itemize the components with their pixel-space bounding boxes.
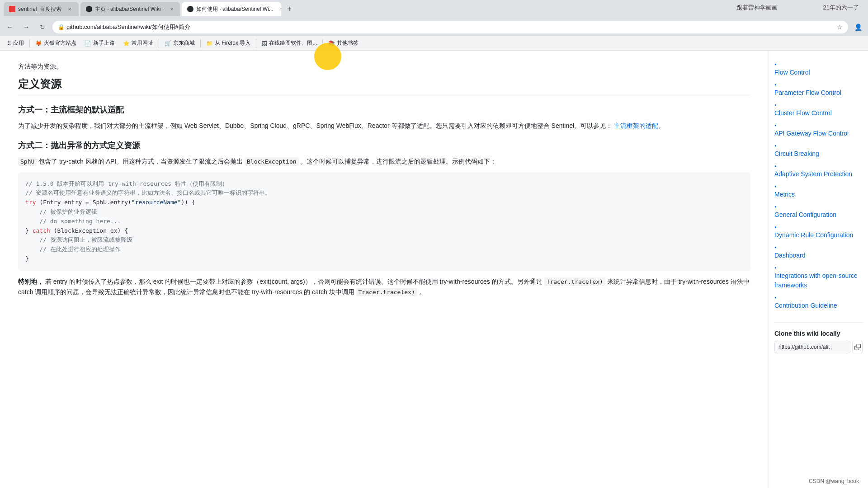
sidebar-link-flow-control[interactable]: Flow Control bbox=[774, 67, 863, 78]
tracer-trace-code-2: Tracer.trace(ex) bbox=[356, 288, 417, 296]
sidebar-item-circuit-breaking: ● Circuit Breaking bbox=[774, 141, 863, 160]
newuser-icon: 📄 bbox=[85, 40, 91, 47]
common-icon: ⭐ bbox=[123, 40, 130, 47]
sidebar-item-dynamic-rule: ● Dynamic Rule Configuration bbox=[774, 222, 863, 241]
code-line-2: // 资源名可使用任意有业务语义的字符串，比如方法名、接口名或其它可唯一标识的字… bbox=[25, 188, 743, 198]
bm-apps[interactable]: ⠿ 应用 bbox=[4, 38, 28, 49]
code-line-8: // 在此处进行相应的处理操作 bbox=[25, 245, 743, 254]
sidebar-item-flow-control: ● Flow Control bbox=[774, 60, 863, 78]
sidebar-link-param-flow[interactable]: Parameter Flow Control bbox=[774, 87, 863, 99]
tab-label-sentinel: sentinel_百度搜索 bbox=[18, 5, 61, 13]
sidebar-link-api-gateway[interactable]: API Gateway Flow Control bbox=[774, 128, 863, 139]
sidebar-item-dashboard: ● Dashboard bbox=[774, 243, 863, 261]
sidebar-item-metrics: ● Metrics bbox=[774, 182, 863, 200]
clone-section: Clone this wiki locally bbox=[774, 322, 863, 353]
back-button[interactable]: ← bbox=[4, 21, 16, 33]
sidebar-link-circuit-breaking[interactable]: Circuit Breaking bbox=[774, 148, 863, 160]
tab-sentinel-wiki-main[interactable]: 主页 · alibaba/Sentinel Wiki · ✕ bbox=[80, 2, 180, 16]
bullet-icon: ● bbox=[774, 205, 777, 209]
bullet-icon: ● bbox=[774, 123, 777, 127]
apps-icon: ⠿ bbox=[7, 40, 11, 47]
sidebar-item-general-config: ● General Configuration bbox=[774, 202, 863, 221]
bm-common[interactable]: ⭐ 常用网址 bbox=[119, 38, 157, 49]
sidebar-link-dynamic-rule[interactable]: Dynamic Rule Configuration bbox=[774, 230, 863, 241]
addr-right-icons: 👤 bbox=[852, 21, 864, 33]
address-text: github.com/alibaba/Sentinel/wiki/如何使用#简介 bbox=[66, 23, 833, 31]
bm-jd[interactable]: 🛒 京东商城 bbox=[161, 38, 198, 49]
sidebar-item-param-flow: ● Parameter Flow Control bbox=[774, 80, 863, 99]
bookmarks-bar: ⠿ 应用 🦊 火狐官方站点 📄 新手上路 ⭐ 常用网址 🛒 京东商城 📁 从 F… bbox=[0, 36, 868, 51]
sidebar-link-integrations[interactable]: Integrations with open-source frameworks bbox=[774, 270, 863, 291]
code-line-9: } bbox=[25, 254, 743, 264]
tab-close-wiki-main[interactable]: ✕ bbox=[168, 5, 175, 13]
code-block-example: // 1.5.0 版本开始可以利用 try-with-resources 特性（… bbox=[18, 172, 750, 271]
tab-close-sentinel[interactable]: ✕ bbox=[66, 5, 73, 13]
tracer-trace-code: Tracer.trace(ex) bbox=[544, 277, 605, 286]
sidebar-link-general-config[interactable]: General Configuration bbox=[774, 209, 863, 221]
sidebar-item-api-gateway: ● API Gateway Flow Control bbox=[774, 121, 863, 139]
sidebar-link-cluster-flow[interactable]: Cluster Flow Control bbox=[774, 108, 863, 119]
bm-other[interactable]: 📚 其他书签 bbox=[325, 38, 362, 49]
bm-draw-label: 在线绘图软件、图... bbox=[269, 39, 317, 47]
subsection1-body: 为了减少开发的复杂程度，我们对大部分的主流框架，例如 Web Servlet、D… bbox=[18, 121, 750, 131]
bullet-icon: ● bbox=[774, 144, 777, 148]
bullet-icon: ● bbox=[774, 296, 777, 300]
bm-common-label: 常用网址 bbox=[132, 39, 153, 47]
clone-input-row bbox=[774, 341, 863, 353]
bm-other-label: 其他书签 bbox=[337, 39, 359, 47]
address-bar[interactable]: 🔒 github.com/alibaba/Sentinel/wiki/如何使用#… bbox=[52, 21, 848, 33]
new-tab-button[interactable]: + bbox=[283, 3, 296, 15]
clone-url-input[interactable] bbox=[774, 341, 850, 353]
bm-firefox[interactable]: 🦊 火狐官方站点 bbox=[32, 38, 80, 49]
code-line-1: // 1.5.0 版本开始可以利用 try-with-resources 特性（… bbox=[25, 179, 743, 189]
draw-icon: 🖼 bbox=[262, 40, 267, 47]
bm-newuser[interactable]: 📄 新手上路 bbox=[81, 38, 118, 49]
subsection-title-1: 方式一：主流框架的默认适配 bbox=[18, 104, 750, 115]
bullet-icon: ● bbox=[774, 184, 777, 188]
code-line-5: // do something here... bbox=[25, 217, 743, 226]
code-line-7: // 资源访问阻止，被限流或被降级 bbox=[25, 235, 743, 245]
sidebar-link-dashboard[interactable]: Dashboard bbox=[774, 250, 863, 261]
block-exception-code: BlockException bbox=[245, 157, 299, 166]
bm-separator-3 bbox=[200, 39, 201, 48]
bm-separator-1 bbox=[29, 39, 30, 48]
tab-close-wiki-how[interactable]: ✕ bbox=[278, 5, 281, 13]
tab-favicon-sentinel bbox=[9, 6, 15, 12]
sidebar: ● Flow Control ● Parameter Flow Control … bbox=[769, 51, 868, 488]
reload-button[interactable]: ↻ bbox=[36, 21, 49, 33]
bullet-icon: ● bbox=[774, 245, 777, 249]
sidebar-link-contribution[interactable]: Contribution Guideline bbox=[774, 300, 863, 311]
tab-sentinel-baidu[interactable]: sentinel_百度搜索 ✕ bbox=[4, 2, 79, 16]
copy-icon bbox=[854, 344, 861, 350]
clone-copy-button[interactable] bbox=[852, 341, 863, 353]
bm-firefox-import[interactable]: 📁 从 Firefox 导入 bbox=[203, 38, 254, 49]
sidebar-link-metrics[interactable]: Metrics bbox=[774, 189, 863, 200]
code-line-6: } catch (BlockException ex) { bbox=[25, 226, 743, 236]
bm-separator-5 bbox=[322, 39, 323, 48]
tab-label-wiki-main: 主页 · alibaba/Sentinel Wiki · bbox=[95, 5, 164, 13]
framework-link[interactable]: 主流框架的适配 bbox=[614, 122, 658, 129]
browser-tab-bar: sentinel_百度搜索 ✕ 主页 · alibaba/Sentinel Wi… bbox=[0, 0, 868, 51]
bm-apps-label: 应用 bbox=[13, 39, 24, 47]
forward-button[interactable]: → bbox=[20, 21, 33, 33]
code-line-3: try (Entry entry = SphU.entry("resourceN… bbox=[25, 198, 743, 207]
bullet-icon: ● bbox=[774, 266, 777, 270]
bm-newuser-label: 新手上路 bbox=[93, 39, 115, 47]
bm-separator-2 bbox=[159, 39, 159, 48]
tab-label-wiki-how: 如何使用 · alibaba/Sentinel Wi... bbox=[196, 5, 274, 13]
sidebar-nav-list: ● Flow Control ● Parameter Flow Control … bbox=[774, 60, 863, 311]
sidebar-link-adaptive-system[interactable]: Adaptive System Protection bbox=[774, 169, 863, 180]
clone-title: Clone this wiki locally bbox=[774, 330, 863, 337]
profile-icon[interactable]: 👤 bbox=[852, 21, 864, 33]
subsection2-body: SphU 包含了 try-catch 风格的 API。用这种方式，当资源发生了限… bbox=[18, 156, 750, 167]
sidebar-item-cluster-flow: ● Cluster Flow Control bbox=[774, 100, 863, 119]
address-bar-row: ← → ↻ 🔒 github.com/alibaba/Sentinel/wiki… bbox=[0, 18, 868, 36]
page-layout: 方法等为资源。 定义资源 方式一：主流框架的默认适配 为了减少开发的复杂程度，我… bbox=[0, 51, 868, 488]
bullet-icon: ● bbox=[774, 225, 777, 229]
main-content-area: 方法等为资源。 定义资源 方式一：主流框架的默认适配 为了减少开发的复杂程度，我… bbox=[0, 51, 769, 488]
special-bold: 特别地， bbox=[18, 278, 43, 285]
bm-draw[interactable]: 🖼 在线绘图软件、图... bbox=[258, 38, 321, 49]
tab-favicon-github2 bbox=[187, 6, 193, 12]
tab-sentinel-wiki-how[interactable]: 如何使用 · alibaba/Sentinel Wi... ✕ bbox=[182, 2, 281, 16]
bm-jd-label: 京东商城 bbox=[173, 39, 195, 47]
